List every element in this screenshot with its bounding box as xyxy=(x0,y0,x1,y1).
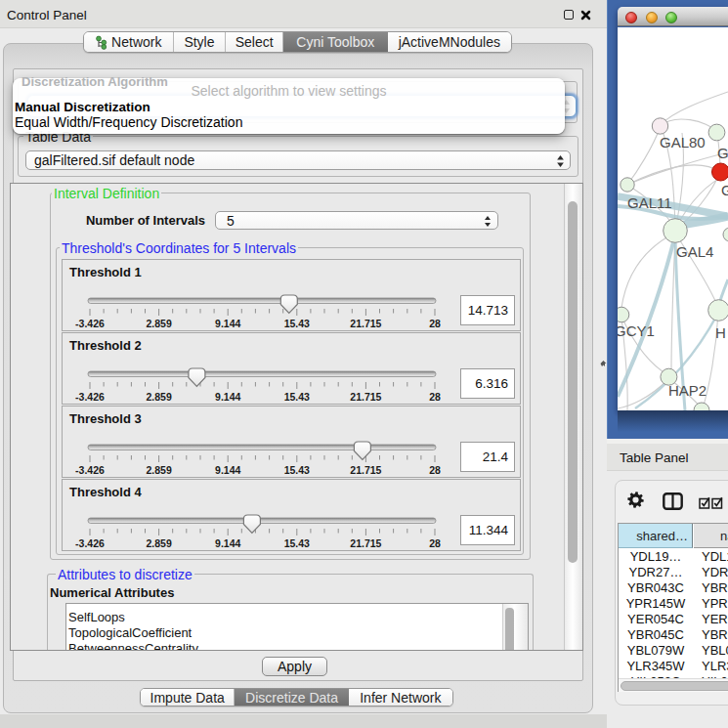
svg-text:H: H xyxy=(715,324,726,341)
svg-text:21.715: 21.715 xyxy=(350,318,381,329)
svg-text:HAP2: HAP2 xyxy=(668,382,707,399)
svg-text:21.715: 21.715 xyxy=(350,464,381,476)
svg-text:-3.426: -3.426 xyxy=(75,391,105,403)
svg-text:9.144: 9.144 xyxy=(215,391,240,403)
svg-text:9.144: 9.144 xyxy=(215,464,240,476)
svg-text:15.43: 15.43 xyxy=(284,318,310,329)
svg-text:28: 28 xyxy=(429,537,441,549)
svg-text:2.859: 2.859 xyxy=(146,391,171,403)
svg-text:GAL80: GAL80 xyxy=(660,134,706,150)
svg-text:-3.426: -3.426 xyxy=(75,464,105,476)
svg-text:2.859: 2.859 xyxy=(146,464,171,476)
svg-text:-3.426: -3.426 xyxy=(75,537,105,549)
svg-text:21.715: 21.715 xyxy=(350,391,381,403)
svg-text:G: G xyxy=(721,182,728,198)
svg-text:15.43: 15.43 xyxy=(284,537,310,549)
svg-text:2.859: 2.859 xyxy=(146,537,171,549)
svg-text:9.144: 9.144 xyxy=(215,537,240,549)
svg-text:GAL11: GAL11 xyxy=(627,194,672,211)
svg-text:21.715: 21.715 xyxy=(350,537,381,549)
svg-text:GCY1: GCY1 xyxy=(618,322,655,339)
svg-text:9.144: 9.144 xyxy=(215,318,240,329)
svg-text:15.43: 15.43 xyxy=(284,391,310,403)
svg-text:28: 28 xyxy=(429,391,441,403)
svg-text:28: 28 xyxy=(429,318,441,329)
svg-text:GAL4: GAL4 xyxy=(676,243,713,260)
svg-text:GA: GA xyxy=(717,145,728,161)
svg-text:-3.426: -3.426 xyxy=(75,318,105,329)
svg-text:15.43: 15.43 xyxy=(284,464,310,476)
svg-text:2.859: 2.859 xyxy=(146,318,171,329)
svg-text:28: 28 xyxy=(429,464,441,476)
